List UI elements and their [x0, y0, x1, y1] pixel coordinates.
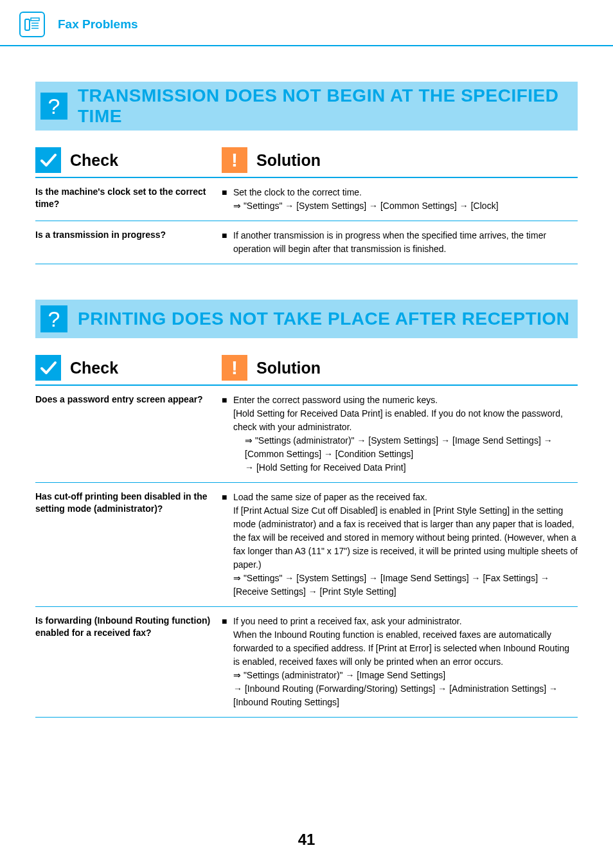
check-text: Is the machine's clock set to the correc…	[35, 186, 222, 213]
section-heading[interactable]: ? TRANSMISSION DOES NOT BEGIN AT THE SPE…	[35, 82, 578, 131]
bullet-icon: ■	[222, 229, 233, 256]
solution-extra: When the Inbound Routing function is ena…	[222, 628, 578, 669]
solution-cell: ■If you need to print a received fax, as…	[222, 615, 578, 709]
solution-extra: If [Print Actual Size Cut off Disabled] …	[222, 504, 578, 572]
solution-cell: ■Load the same size of paper as the rece…	[222, 491, 578, 599]
table-row: Has cut-off printing been disabled in th…	[35, 483, 578, 607]
check-icon	[35, 355, 61, 381]
solution-text: If you need to print a received fax, ask…	[233, 615, 578, 628]
question-icon: ?	[40, 93, 67, 120]
section-title: PRINTING DOES NOT TAKE PLACE AFTER RECEP…	[78, 309, 570, 329]
header-title[interactable]: Fax Problems	[58, 17, 138, 32]
bullet-icon: ■	[222, 491, 233, 504]
section-title: TRANSMISSION DOES NOT BEGIN AT THE SPECI…	[78, 86, 571, 127]
solution-column-label: Solution	[256, 151, 321, 170]
check-column-label: Check	[70, 151, 118, 170]
solution-text: Enter the correct password using the num…	[233, 393, 578, 407]
svg-rect-0	[25, 19, 30, 30]
exclamation-icon: !	[222, 147, 247, 173]
exclamation-icon: !	[222, 355, 247, 381]
columns-header: Check ! Solution	[35, 147, 578, 178]
solution-extra: [Hold Setting for Received Data Print] i…	[222, 407, 578, 434]
solution-cell: ■Set the clock to the correct time. ⇒ "S…	[222, 186, 578, 213]
columns-header: Check ! Solution	[35, 355, 578, 386]
page-header: Fax Problems	[0, 0, 613, 46]
check-column-label: Check	[70, 359, 118, 377]
table-row: Is the machine's clock set to the correc…	[35, 178, 578, 221]
solution-sub: ⇒ "Settings (administrator)" → [Image Se…	[233, 669, 578, 709]
fax-icon	[19, 12, 45, 37]
section-heading[interactable]: ? PRINTING DOES NOT TAKE PLACE AFTER REC…	[35, 300, 578, 338]
check-icon	[35, 147, 61, 173]
page-number: 41	[0, 831, 613, 849]
solution-sub: ⇒ "Settings (administrator)" → [System S…	[233, 434, 578, 475]
check-text: Is a transmission in progress?	[35, 229, 222, 256]
solution-text: Set the clock to the correct time.	[233, 186, 578, 199]
check-text: Has cut-off printing been disabled in th…	[35, 491, 222, 599]
solution-cell: ■If another transmission is in progress …	[222, 229, 578, 256]
bullet-icon: ■	[222, 615, 233, 628]
bullet-icon: ■	[222, 186, 233, 199]
check-text: Does a password entry screen appear?	[35, 393, 222, 475]
bullet-icon: ■	[222, 393, 233, 407]
table-row: Does a password entry screen appear? ■En…	[35, 386, 578, 483]
svg-rect-1	[31, 18, 39, 21]
solution-sub: ⇒ "Settings" → [System Settings] → [Imag…	[233, 572, 578, 599]
solution-cell: ■Enter the correct password using the nu…	[222, 393, 578, 475]
question-icon: ?	[40, 305, 67, 332]
check-text: Is forwarding (Inbound Routing function)…	[35, 615, 222, 709]
solution-column-label: Solution	[256, 359, 321, 377]
table-row: Is a transmission in progress? ■If anoth…	[35, 221, 578, 264]
table-row: Is forwarding (Inbound Routing function)…	[35, 607, 578, 718]
solution-text: If another transmission is in progress w…	[233, 229, 578, 256]
content-area: ? TRANSMISSION DOES NOT BEGIN AT THE SPE…	[0, 82, 613, 718]
solution-sub: ⇒ "Settings" → [System Settings] → [Comm…	[222, 199, 578, 213]
solution-text: Load the same size of paper as the recei…	[233, 491, 578, 504]
